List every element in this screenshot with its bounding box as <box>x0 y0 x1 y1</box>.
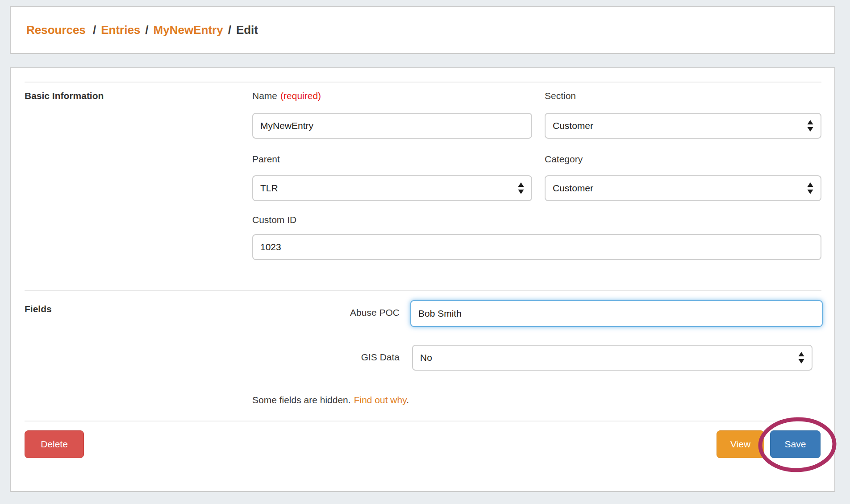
gis-data-label: GIS Data <box>252 352 400 363</box>
required-indicator: (required) <box>280 91 321 101</box>
custom-id-input[interactable] <box>252 234 821 260</box>
section-divider <box>25 82 821 83</box>
section-divider <box>25 421 821 421</box>
section-divider <box>25 290 821 291</box>
hidden-fields-note-text: Some fields are hidden. <box>252 395 351 405</box>
select-arrows-icon <box>798 351 805 364</box>
custom-id-label: Custom ID <box>252 215 296 225</box>
name-input[interactable] <box>252 113 532 139</box>
breadcrumb: Resources / Entries / MyNewEntry / Edit <box>26 23 258 37</box>
hidden-fields-note-suffix: . <box>406 395 409 405</box>
name-label-text: Name <box>252 91 277 101</box>
breadcrumb-entries-link[interactable]: Entries <box>101 23 140 37</box>
select-arrows-icon <box>807 182 814 194</box>
section-select[interactable]: Customer <box>545 113 821 139</box>
name-label: Name(required) <box>252 91 321 101</box>
category-select[interactable]: Customer <box>545 175 821 201</box>
parent-label: Parent <box>252 154 280 165</box>
gis-data-select[interactable]: No <box>412 345 812 371</box>
view-button[interactable]: View <box>717 430 764 458</box>
section-select-value: Customer <box>553 120 593 131</box>
category-select-value: Customer <box>553 183 593 194</box>
breadcrumb-entry-link[interactable]: MyNewEntry <box>154 23 223 37</box>
breadcrumb-resources-link[interactable]: Resources <box>26 23 86 37</box>
section-label: Section <box>545 91 576 101</box>
basic-information-heading: Basic Information <box>25 91 104 101</box>
gis-data-select-value: No <box>420 352 432 363</box>
breadcrumb-separator: / <box>145 23 148 37</box>
find-out-why-link[interactable]: Find out why <box>354 395 407 405</box>
select-arrows-icon <box>517 182 525 194</box>
save-button[interactable]: Save <box>770 430 821 458</box>
breadcrumb-panel: Resources / Entries / MyNewEntry / Edit <box>10 6 835 54</box>
entry-edit-form-panel: Basic Information Name(required) Section… <box>10 67 835 492</box>
select-arrows-icon <box>807 120 814 132</box>
fields-heading: Fields <box>25 304 52 314</box>
abuse-poc-label: Abuse POC <box>252 307 400 318</box>
hidden-fields-note: Some fields are hidden.Find out why. <box>252 395 409 405</box>
breadcrumb-separator: / <box>228 23 231 37</box>
breadcrumb-separator: / <box>93 23 96 37</box>
breadcrumb-current-page: Edit <box>236 23 258 37</box>
parent-select-value: TLR <box>260 183 278 194</box>
delete-button[interactable]: Delete <box>25 430 84 458</box>
abuse-poc-input[interactable] <box>410 300 823 327</box>
category-label: Category <box>545 154 583 165</box>
parent-select[interactable]: TLR <box>252 175 532 201</box>
